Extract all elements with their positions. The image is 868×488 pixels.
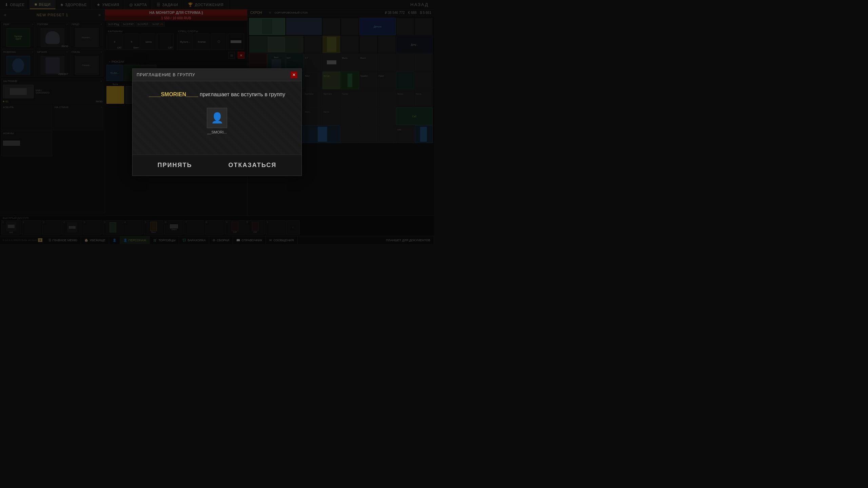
inviter-name: ____SMORIEN____ <box>149 92 198 97</box>
modal-actions: ПРИНЯТЬ ОТКАЗАТЬСЯ <box>133 155 301 176</box>
accept-button[interactable]: ПРИНЯТЬ <box>158 162 192 169</box>
player-username: __SMORI... <box>207 130 226 134</box>
modal-body: ____SMORIEN____ приглашает вас вступить … <box>133 81 301 155</box>
modal-overlay: Приглашение в группу ✕ ____SMORIEN____ п… <box>0 0 434 244</box>
modal-title: Приглашение в группу <box>137 73 195 77</box>
invite-suffix: приглашает вас вступить в группу <box>200 92 285 97</box>
modal-header: Приглашение в группу ✕ <box>133 69 301 81</box>
group-invite-modal: Приглашение в группу ✕ ____SMORIEN____ п… <box>132 68 302 176</box>
modal-close-button[interactable]: ✕ <box>291 72 297 78</box>
avatar-icon: 👤 <box>211 112 223 124</box>
avatar-area: 👤 __SMORI... <box>139 108 295 134</box>
invite-text: ____SMORIEN____ приглашает вас вступить … <box>139 92 295 98</box>
decline-button[interactable]: ОТКАЗАТЬСЯ <box>229 162 277 169</box>
player-avatar: 👤 <box>207 108 227 128</box>
